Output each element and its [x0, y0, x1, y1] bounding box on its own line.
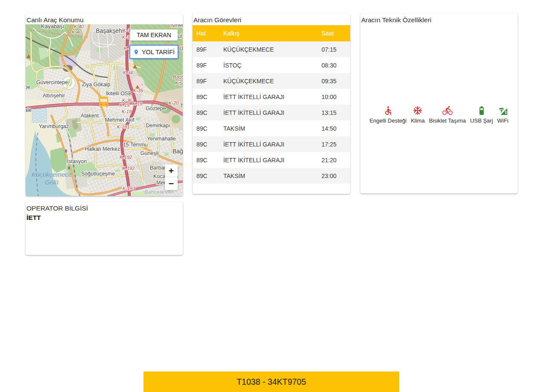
svg-text:K-: K-: [124, 46, 129, 51]
svg-text:K-35: K-35: [133, 88, 143, 93]
svg-text:K-192: K-192: [122, 166, 134, 171]
svg-text:K-192: K-192: [120, 155, 132, 160]
svg-text:pe: pe: [26, 84, 30, 90]
svg-text:Güneşli: Güneşli: [140, 150, 158, 156]
svg-text:K-19: K-19: [120, 102, 129, 108]
svg-text:Halkalı Merkez: Halkalı Merkez: [85, 146, 120, 152]
svg-text:Demirkapı: Demirkapı: [146, 123, 170, 129]
svg-text:İsmet: İsmet: [170, 24, 183, 28]
svg-text:ale: ale: [26, 107, 32, 113]
svg-text:K-19: K-19: [132, 101, 142, 106]
svg-text:Altınşehir: Altınşehir: [43, 93, 65, 99]
svg-text:Söğütlüçeşme: Söğütlüçeşme: [81, 171, 115, 177]
svg-text:K-40: K-40: [74, 24, 84, 29]
svg-text:Bağc: Bağc: [173, 148, 183, 155]
svg-text:Güvercintepe: Güvercintepe: [36, 79, 68, 85]
svg-text:Ziya Gökalp: Ziya Gökalp: [82, 82, 111, 88]
svg-text:K-3: K-3: [123, 28, 131, 33]
svg-text:K-19: K-19: [122, 109, 132, 114]
svg-text:Kayabaşı: Kayabaşı: [41, 24, 64, 29]
svg-text:Başakşehir: Başakşehir: [96, 27, 126, 34]
svg-text:K-20: K-20: [169, 100, 179, 105]
svg-text:15 Temmu: 15 Temmu: [123, 142, 148, 148]
svg-text:K-193: K-193: [123, 186, 135, 191]
svg-text:Başta: Başta: [173, 74, 183, 79]
svg-text:Göztepe: Göztepe: [146, 105, 166, 111]
svg-text:Uğ: Uğ: [179, 46, 183, 52]
svg-text:Bahçelievler: Bahçelievler: [144, 189, 174, 195]
svg-text:K-34: K-34: [123, 70, 133, 75]
svg-text:Mehmet Akif: Mehmet Akif: [105, 117, 134, 123]
svg-text:Küçükçemece: Küçükçemece: [32, 171, 72, 178]
svg-text:Atakent: Atakent: [81, 113, 99, 119]
svg-text:Kışla: Kışla: [175, 80, 183, 85]
svg-text:Yarımburgaz: Yarımburgaz: [39, 123, 69, 129]
svg-text:ul: ul: [178, 33, 182, 39]
svg-text:İstasyon: İstasyon: [67, 158, 87, 164]
svg-text:Yenimahalle: Yenimahalle: [147, 136, 176, 142]
svg-text:Gölü: Gölü: [45, 178, 58, 186]
svg-text:İkitelli OSB: İkitelli OSB: [105, 91, 132, 97]
svg-text:K-40: K-40: [72, 29, 82, 35]
svg-text:K-191: K-191: [117, 124, 129, 129]
svg-text:Tu: Tu: [180, 103, 183, 109]
svg-text:K-3: K-3: [122, 35, 130, 40]
